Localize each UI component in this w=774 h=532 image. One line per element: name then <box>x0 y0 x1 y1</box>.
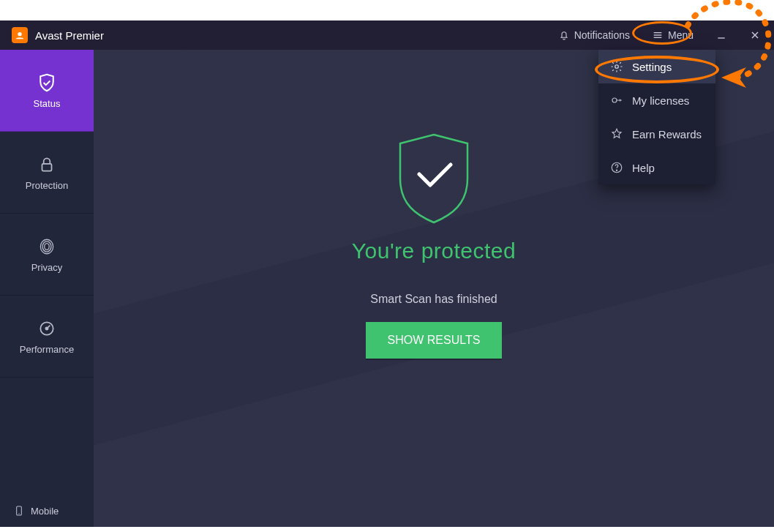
app-window: Avast Premier Notifications Menu <box>0 20 774 527</box>
menu-button[interactable]: Menu <box>645 26 701 44</box>
menu-item-my-licenses[interactable]: My licenses <box>598 83 715 117</box>
notifications-label: Notifications <box>574 29 630 41</box>
sidebar-item-privacy[interactable]: Privacy <box>0 214 94 296</box>
status-headline: You're protected <box>352 239 516 263</box>
sidebar-item-performance[interactable]: Performance <box>0 296 94 378</box>
sidebar-item-protection[interactable]: Protection <box>0 132 94 214</box>
menu-item-label: My licenses <box>632 94 689 107</box>
close-button[interactable] <box>742 22 768 48</box>
svg-rect-7 <box>42 164 52 171</box>
svg-point-10 <box>45 244 50 250</box>
svg-point-16 <box>615 65 619 69</box>
menu-item-label: Earn Rewards <box>632 128 702 141</box>
sidebar-item-label: Protection <box>26 180 69 191</box>
sidebar-mobile-link[interactable]: Mobile <box>0 495 94 527</box>
sidebar: Status Protection Privacy Performance <box>0 50 94 527</box>
menu-item-label: Settings <box>632 61 672 73</box>
titlebar: Avast Premier Notifications Menu <box>0 20 774 50</box>
sidebar-item-label: Privacy <box>31 262 63 273</box>
menu-label: Menu <box>668 29 694 41</box>
star-icon <box>610 127 623 141</box>
gauge-icon <box>36 318 58 340</box>
sidebar-mobile-label: Mobile <box>31 506 59 517</box>
fingerprint-icon <box>36 236 58 258</box>
menu-item-label: Help <box>632 162 655 174</box>
svg-point-13 <box>45 327 48 329</box>
lock-icon <box>36 154 58 176</box>
app-title: Avast Premier <box>35 29 104 42</box>
svg-point-0 <box>18 32 21 36</box>
mobile-icon <box>13 505 25 517</box>
license-icon <box>610 94 623 107</box>
sidebar-item-label: Status <box>34 98 61 109</box>
gear-icon <box>610 60 623 73</box>
help-icon <box>610 161 623 174</box>
svg-point-19 <box>616 170 617 171</box>
sidebar-item-label: Performance <box>20 344 74 355</box>
sidebar-item-status[interactable]: Status <box>0 50 94 132</box>
notifications-button[interactable]: Notifications <box>551 26 637 44</box>
shield-check-icon <box>36 72 58 94</box>
status-subline: Smart Scan has finished <box>370 293 497 306</box>
svg-point-17 <box>612 98 617 102</box>
protected-shield-icon <box>390 130 478 225</box>
show-results-button[interactable]: SHOW RESULTS <box>366 322 503 359</box>
menu-item-settings[interactable]: Settings <box>598 50 715 83</box>
menu-item-earn-rewards[interactable]: Earn Rewards <box>598 117 715 151</box>
menu-dropdown: Settings My licenses Earn Rewards Help <box>598 50 715 184</box>
avast-logo-icon <box>12 27 28 43</box>
minimize-button[interactable] <box>708 22 734 48</box>
hamburger-icon <box>652 29 664 41</box>
bell-icon <box>558 29 570 41</box>
menu-item-help[interactable]: Help <box>598 151 715 184</box>
